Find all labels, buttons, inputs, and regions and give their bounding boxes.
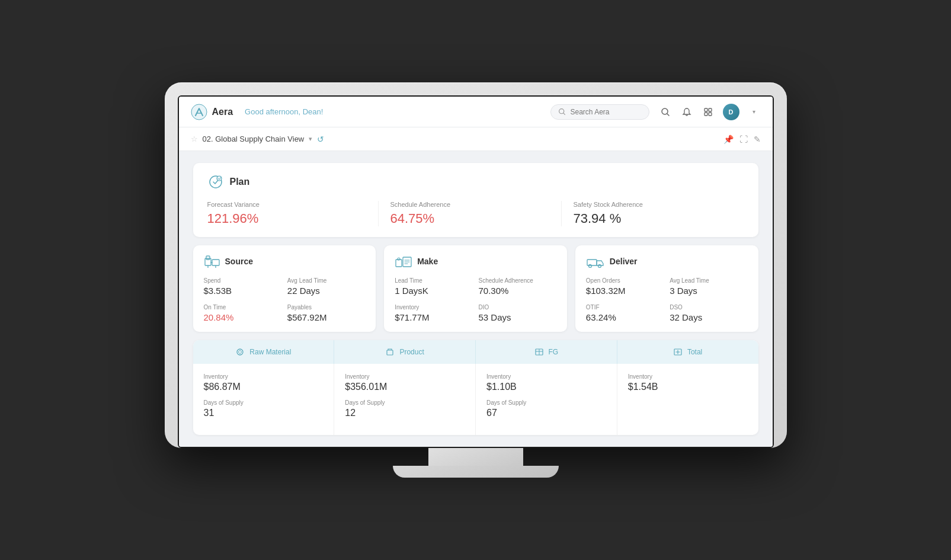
search-icon (558, 108, 566, 116)
fg-inventory-group: Inventory $1.10B (486, 373, 606, 392)
product-inventory-group: Inventory $356.01M (345, 373, 465, 392)
tab-product-label: Product (399, 348, 424, 356)
inventory-metrics-row: Inventory $86.87M Days of Supply 31 Inve… (193, 364, 758, 435)
make-dio: DIO 53 Days (479, 304, 556, 322)
safety-stock-value: 73.94 % (574, 211, 732, 226)
pin-icon[interactable]: 📌 (723, 135, 734, 144)
raw-inventory-group: Inventory $86.87M (204, 373, 324, 392)
make-card: Make Lead Time 1 DaysK Schedule Adherenc… (384, 245, 567, 332)
deliver-card: Deliver Open Orders $103.32M Avg Lead Ti… (575, 245, 758, 332)
svg-rect-4 (709, 108, 712, 111)
tab-raw-material-label: Raw Material (249, 348, 291, 356)
expand-icon[interactable]: ⛶ (739, 135, 748, 144)
main-content: Plan Forecast Variance 121.96% Schedule … (179, 151, 773, 447)
plan-card: Plan Forecast Variance 121.96% Schedule … (193, 163, 758, 237)
make-metrics: Lead Time 1 DaysK Schedule Adherence 70.… (395, 277, 556, 322)
avatar-chevron-icon[interactable]: ▾ (748, 105, 761, 119)
breadcrumb-bar: ☆ 02. Global Supply Chain View ▾ ↺ 📌 ⛶ ✎ (179, 127, 773, 151)
schedule-adherence-value: 64.75% (390, 211, 549, 226)
deliver-avg-lead: Avg Lead Time 3 Days (670, 277, 747, 296)
svg-rect-14 (396, 260, 402, 267)
nav-icons: D ▾ (659, 104, 761, 120)
source-on-time: On Time 20.84% (204, 304, 281, 322)
safety-stock-label: Safety Stock Adherence (574, 201, 732, 208)
breadcrumb-actions: 📌 ⛶ ✎ (723, 135, 761, 144)
make-title: Make (417, 257, 438, 266)
raw-days-group: Days of Supply 31 (204, 399, 324, 418)
top-navigation: Aera Good afternoon, Dean! (179, 97, 773, 127)
search-nav-icon[interactable] (659, 105, 672, 119)
svg-point-8 (217, 176, 222, 181)
inv-fg: Inventory $1.10B Days of Supply 67 (476, 364, 617, 435)
svg-rect-6 (709, 113, 712, 116)
tab-raw-material[interactable]: Raw Material (193, 340, 335, 364)
inv-raw-material: Inventory $86.87M Days of Supply 31 (193, 364, 335, 435)
make-header: Make (395, 255, 556, 268)
schedule-adherence-metric: Schedule Adherence 64.75% (379, 201, 562, 226)
svg-rect-24 (387, 350, 393, 355)
plan-icon (207, 174, 224, 190)
raw-material-icon (235, 347, 245, 357)
make-icon (395, 255, 412, 268)
monitor-stand-neck (428, 448, 523, 466)
search-input[interactable] (571, 108, 642, 116)
svg-rect-10 (206, 256, 210, 260)
svg-rect-12 (212, 260, 219, 265)
tab-total[interactable]: Total (617, 340, 758, 364)
source-icon (204, 255, 220, 268)
deliver-open-orders: Open Orders $103.32M (586, 277, 664, 296)
tab-fg[interactable]: FG (476, 340, 617, 364)
plan-title: Plan (230, 177, 250, 187)
tab-total-label: Total (687, 348, 702, 356)
refresh-icon[interactable]: ↺ (317, 135, 324, 144)
source-header: Source (204, 255, 366, 268)
plan-card-header: Plan (207, 174, 744, 190)
deliver-header: Deliver (586, 255, 748, 268)
monitor-stand-base (393, 466, 559, 478)
svg-rect-5 (705, 113, 707, 116)
make-inventory: Inventory $71.77M (395, 304, 472, 322)
greeting-text: Good afternoon, Dean! (245, 107, 550, 116)
grid-icon[interactable] (702, 105, 715, 119)
make-schedule-adherence: Schedule Adherence 70.30% (479, 277, 556, 296)
source-spend: Spend $3.53B (204, 277, 281, 296)
favorite-star-icon[interactable]: ☆ (191, 135, 198, 143)
breadcrumb-chevron-icon[interactable]: ▾ (309, 135, 312, 143)
fg-icon (534, 347, 544, 357)
deliver-metrics: Open Orders $103.32M Avg Lead Time 3 Day… (586, 277, 748, 322)
total-icon (673, 347, 683, 357)
svg-rect-20 (587, 260, 597, 265)
svg-rect-3 (705, 108, 707, 111)
product-days-group: Days of Supply 12 (345, 399, 465, 418)
tab-fg-label: FG (549, 348, 559, 356)
search-bar[interactable] (550, 104, 649, 120)
notifications-icon[interactable] (680, 105, 693, 119)
breadcrumb: 02. Global Supply Chain View (203, 135, 305, 143)
total-inventory-group: Inventory $1.54B (628, 373, 748, 392)
inv-total: Inventory $1.54B (617, 364, 758, 435)
product-icon (385, 347, 395, 357)
inventory-tabs: Raw Material Product (193, 340, 758, 364)
forecast-variance-label: Forecast Variance (207, 201, 366, 208)
source-title: Source (225, 257, 253, 266)
avatar[interactable]: D (723, 104, 739, 120)
make-lead-time: Lead Time 1 DaysK (395, 277, 472, 296)
deliver-icon (586, 255, 605, 268)
schedule-adherence-label: Schedule Adherence (390, 201, 549, 208)
inv-product: Inventory $356.01M Days of Supply 12 (334, 364, 476, 435)
deliver-dso: DSO 32 Days (670, 304, 747, 322)
edit-icon[interactable]: ✎ (754, 135, 761, 144)
tab-product[interactable]: Product (334, 340, 476, 364)
svg-point-0 (191, 104, 207, 120)
plan-metrics-row: Forecast Variance 121.96% Schedule Adher… (207, 201, 744, 226)
forecast-variance-metric: Forecast Variance 121.96% (207, 201, 379, 226)
svg-point-22 (598, 265, 601, 268)
source-payables: Payables $567.92M (287, 304, 365, 322)
logo-area: Aera (191, 104, 233, 120)
source-metrics: Spend $3.53B Avg Lead Time 22 Days On Ti… (204, 277, 366, 322)
fg-days-group: Days of Supply 67 (486, 399, 606, 418)
source-card: Source Spend $3.53B Avg Lead Time 22 Day… (193, 245, 376, 332)
forecast-variance-value: 121.96% (207, 211, 366, 226)
smd-row: Source Spend $3.53B Avg Lead Time 22 Day… (193, 245, 758, 332)
safety-stock-metric: Safety Stock Adherence 73.94 % (562, 201, 744, 226)
